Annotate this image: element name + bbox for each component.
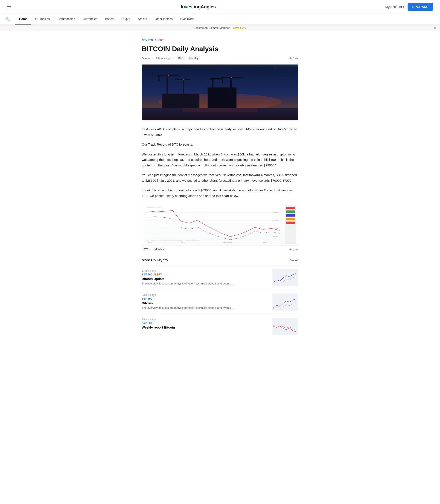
related-card-1-content: 23 mins ago S&P 500 ALERT Bitcoin Update… [142, 269, 269, 287]
nav-item-us-indices[interactable]: US Indices [31, 14, 54, 25]
nav-item-bonds[interactable]: Bonds [101, 14, 118, 25]
nav-item-crypto[interactable]: Crypto [118, 14, 134, 25]
body-paragraph-5: It took Bitcoin another 4 months to reac… [142, 187, 298, 199]
banner-close-icon[interactable]: ✕ [434, 26, 437, 30]
svg-point-23 [275, 69, 276, 69]
svg-text:InvestingAngles.com InvestingA: InvestingAngles.com InvestingAngles.com … [146, 240, 200, 241]
tag-crypto[interactable]: CRYPTO [142, 38, 153, 42]
svg-rect-13 [222, 77, 243, 78]
svg-text:10000: 10000 [273, 235, 277, 237]
article-author: Dimon [142, 57, 150, 60]
related-card-2-tag-sp500[interactable]: S&P 500 [142, 297, 152, 300]
related-card-2-image [273, 293, 298, 311]
related-card-3[interactable]: 23 mins ago S&P 500 Weekly report Bitcoi… [142, 314, 298, 338]
nav-item-commodities[interactable]: Commodities [54, 14, 79, 25]
svg-point-19 [152, 73, 152, 73]
svg-text:50000: 50000 [273, 220, 277, 222]
nav-item-live-trade[interactable]: Live Trade [176, 14, 198, 25]
related-card-1-image [273, 269, 298, 287]
nav-item-stocks[interactable]: Stocks [134, 14, 151, 25]
main-nav: 🔍 Home US Indices Commodities Currencies… [0, 14, 440, 25]
article-category-tag[interactable]: BTC [177, 56, 185, 60]
svg-rect-45 [273, 269, 298, 287]
nav-item-currencies[interactable]: Currencies [79, 14, 101, 25]
related-card-1-title: Bitcoin Update [142, 277, 269, 281]
tag-alert[interactable]: ALERT [155, 38, 164, 42]
svg-rect-34 [286, 222, 295, 224]
svg-rect-4 [166, 75, 168, 94]
svg-rect-11 [210, 78, 222, 80]
more-section-title: More On Crypto [142, 258, 168, 262]
article-body: Last week #BTC completed a major candle … [142, 126, 298, 199]
chart-footer: BTC Monthly 👁 1.4k [142, 247, 298, 251]
related-card-1-desc: The overview focuses on analysis of rece… [142, 281, 269, 286]
svg-point-17 [231, 77, 232, 78]
related-card-3-meta: 23 mins ago [142, 318, 269, 321]
site-logo[interactable]: InvestingAngles [181, 4, 216, 10]
banner-text: Become an Ultimate Member. [193, 26, 230, 29]
svg-rect-9 [208, 87, 236, 108]
svg-rect-47 [273, 318, 298, 335]
body-paragraph-4: You can just imagine the flow of message… [142, 172, 298, 183]
nav-item-other-indices[interactable]: Other Indices [151, 14, 176, 25]
article-views: 👁 1.4k [289, 57, 298, 60]
upgrade-button[interactable]: UPGRADE [408, 3, 433, 11]
svg-rect-14 [222, 77, 223, 83]
more-on-crypto-section: More On Crypto See All 23 mins ago S&P 5… [142, 258, 298, 338]
related-card-3-tags: S&P 500 [142, 322, 269, 325]
svg-rect-33 [286, 218, 295, 220]
svg-rect-32 [286, 214, 295, 216]
related-card-3-title: Weekly report Bitcoin [142, 326, 269, 329]
svg-rect-6 [158, 75, 160, 82]
related-card-2-content: 23 mins ago S&P 500 Bitcoin The overview… [142, 293, 269, 311]
related-card-2-chart [273, 293, 298, 311]
svg-point-20 [166, 70, 167, 70]
btc-chart-svg: 2020 2021 Nov 26, 2021 2022 70000 50000 … [144, 205, 296, 244]
body-paragraph-2: Our Track Record of BTC forecasts. [142, 142, 298, 147]
nav-item-home[interactable]: Home [15, 14, 31, 25]
svg-rect-30 [286, 207, 295, 209]
related-card-1-tag-sp500[interactable]: S&P 500 [142, 273, 152, 276]
related-card-1[interactable]: 23 mins ago S&P 500 ALERT Bitcoin Update… [142, 266, 298, 290]
svg-text:2020: 2020 [148, 242, 152, 243]
nav-divider [14, 16, 14, 22]
chart-frequency-label[interactable]: Monthly [153, 247, 165, 251]
svg-rect-10 [212, 79, 214, 87]
svg-text:Nov 26, 2021: Nov 26, 2021 [222, 242, 232, 243]
svg-text:30000: 30000 [273, 228, 277, 230]
related-card-2[interactable]: 23 mins ago S&P 500 Bitcoin The overview… [142, 290, 298, 314]
related-card-1-tag-alert: ALERT [153, 273, 162, 276]
svg-text:2021: 2021 [181, 242, 185, 243]
svg-rect-46 [273, 293, 298, 311]
hero-illustration [142, 64, 298, 120]
svg-text:InvestingAngles.com: InvestingAngles.com [146, 206, 161, 208]
svg-point-16 [183, 79, 185, 80]
article-title: BITCOIN Daily Analysis [142, 45, 298, 53]
article-main: CRYPTO ALERT BITCOIN Daily Analysis Dimo… [138, 31, 302, 345]
see-all-link[interactable]: See All [290, 259, 298, 262]
header: ☰ InvestingAngles My Account UPGRADE [0, 0, 440, 14]
chart-category-label[interactable]: BTC [142, 247, 150, 251]
chart-views-count: 1.4k [293, 248, 298, 251]
svg-rect-24 [144, 205, 296, 244]
related-card-1-tags: S&P 500 ALERT [142, 273, 269, 276]
article-chart-image: 2020 2021 Nov 26, 2021 2022 70000 50000 … [142, 203, 298, 246]
article-tags: CRYPTO ALERT [142, 38, 298, 42]
my-account-button[interactable]: My Account [385, 5, 404, 9]
article-frequency-tag[interactable]: Monthly [188, 56, 200, 60]
related-card-3-tag-sp500[interactable]: S&P 500 [142, 322, 152, 325]
article-time: 2 hours ago [156, 57, 171, 60]
svg-text:2022: 2022 [263, 242, 267, 243]
related-card-2-title: Bitcoin [142, 301, 269, 305]
article-meta: Dimon · 2 hours ago · BTC Monthly 👁 1.4k [142, 56, 298, 60]
svg-rect-8 [175, 79, 191, 80]
more-header: More On Crypto See All [142, 258, 298, 262]
search-icon[interactable]: 🔍 [5, 17, 10, 22]
related-card-2-tags: S&P 500 [142, 297, 269, 300]
article-hero-image [142, 64, 298, 120]
eye-icon: 👁 [289, 57, 292, 60]
hamburger-menu[interactable]: ☰ [7, 4, 11, 10]
banner-save-text: Save 50%. [233, 26, 247, 29]
body-paragraph-3: We posted this long term forecast in Mar… [142, 152, 298, 168]
body-paragraph-1: Last week #BTC completed a major candle … [142, 126, 298, 137]
